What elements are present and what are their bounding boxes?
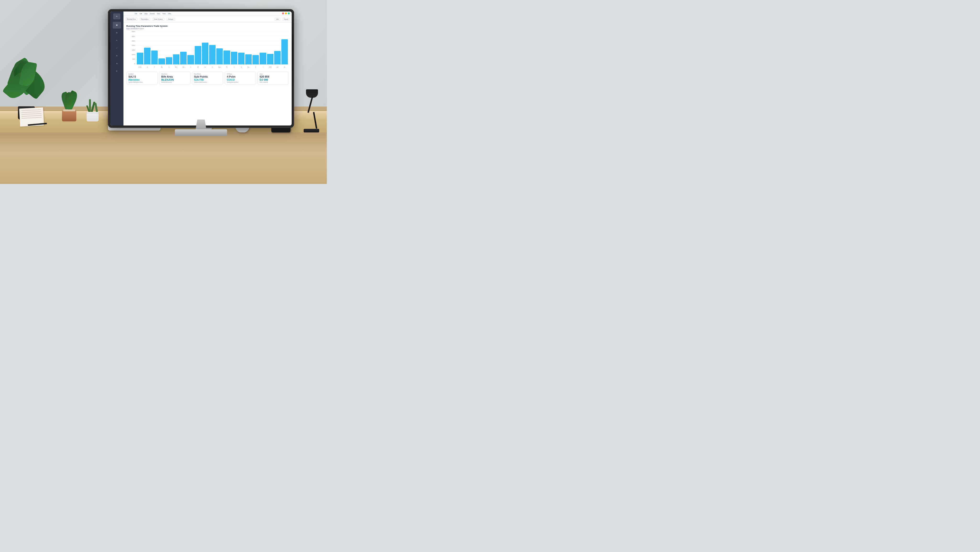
stat-value-1b: lNenóleo xyxy=(129,78,156,81)
toolbar-running-time[interactable]: Running Time xyxy=(126,18,138,21)
x-label-9: JB xyxy=(195,66,201,68)
y-label-3000: 3000 xyxy=(132,40,135,41)
bar-4 xyxy=(158,58,165,64)
bar-14 xyxy=(231,52,237,64)
toolbar-parameters[interactable]: Parameters xyxy=(140,18,150,21)
y-label-1750: 1750 xyxy=(132,49,135,51)
x-label-18: I xyxy=(259,66,266,68)
lamp-base xyxy=(304,129,319,132)
sidebar-item-grid[interactable]: ▦ xyxy=(113,22,121,29)
bar-3 xyxy=(151,51,158,65)
imac-screen-bezel: ≡ ▦ ⊞ ≋ ↗ ⚙ ◈ ⊕ xyxy=(108,9,294,128)
sidebar-item-tools[interactable]: ◈ xyxy=(113,60,121,67)
stat-value-5b: DJ 090 xyxy=(259,78,286,81)
y-label-5000: 5000 xyxy=(132,31,135,32)
sidebar-item-chart[interactable]: ≋ xyxy=(113,37,121,44)
menu-view[interactable]: View xyxy=(145,13,148,14)
y-label-4000: 4000 xyxy=(132,36,135,37)
toolbar-info[interactable]: Info xyxy=(275,18,280,21)
bar-10 xyxy=(202,43,208,64)
app-interface: ≡ ▦ ⊞ ≋ ↗ ⚙ ◈ ⊕ xyxy=(110,11,292,125)
stats-section: Surface SAJ S lNenóleo Various data poin… xyxy=(126,72,289,85)
stat-card-surface: Surface SAJ S lNenóleo Various data poin… xyxy=(126,72,158,85)
bar-16 xyxy=(245,54,252,64)
x-label-16: No+ xyxy=(245,66,252,68)
plant-medium xyxy=(59,90,80,121)
stat-card-area: Area 620 859 DJ 090 Area measure xyxy=(258,72,289,85)
minimize-button[interactable] xyxy=(285,13,287,14)
bar-20 xyxy=(274,51,281,64)
y-label-2500: 2500 xyxy=(132,45,135,46)
stat-value-3b: SJs FIB xyxy=(194,78,221,81)
menu-edit[interactable]: Edit xyxy=(140,13,142,14)
chart-bars xyxy=(136,31,289,64)
x-label-3: F xyxy=(151,66,158,68)
stat-label-2: Site Area xyxy=(161,73,188,75)
x-label-10: Au xyxy=(202,66,208,68)
imac-stand-base xyxy=(175,129,227,136)
close-button[interactable] xyxy=(282,13,284,14)
bar-5 xyxy=(166,57,172,65)
stat-desc-1: Various data points here xyxy=(129,81,156,83)
chart-title: Running Time Parameters Trade System xyxy=(126,25,289,27)
bar-1 xyxy=(137,53,143,64)
bar-21 xyxy=(282,39,288,64)
bar-2 xyxy=(144,48,151,64)
bar-18 xyxy=(259,53,266,64)
x-label-5: A xyxy=(166,66,172,68)
menu-file[interactable]: File xyxy=(135,13,137,14)
x-label-11: S xyxy=(209,66,216,68)
x-label-7: Jun xyxy=(180,66,187,68)
bar-15 xyxy=(238,53,245,64)
toolbar-settings[interactable]: Settings xyxy=(166,18,175,21)
sidebar-item-layout[interactable]: ⊞ xyxy=(113,29,121,36)
stat-label-5: Area xyxy=(259,73,286,75)
stat-value-2a: Bife Area xyxy=(161,75,188,78)
bar-13 xyxy=(223,51,230,65)
x-label-12: Sep+ xyxy=(216,66,223,68)
x-label-14: 4 xyxy=(231,66,237,68)
main-content: File Edit View Format Data Tools Help Ru… xyxy=(124,11,292,125)
sidebar-item-add[interactable]: ⊕ xyxy=(113,68,121,75)
y-label-0: 0 xyxy=(134,63,135,64)
x-label-4: Ma xyxy=(158,66,165,68)
stat-desc-2: Subdivision points xyxy=(161,81,188,83)
stat-value-3a: Sub Points xyxy=(194,75,221,78)
toolbar-trade-system[interactable]: Trade System xyxy=(152,18,164,21)
menu-format[interactable]: Format xyxy=(150,13,154,14)
y-label-1000: 1000 xyxy=(132,54,135,55)
bar-19 xyxy=(267,54,274,65)
lamp-arm-upper xyxy=(307,96,313,113)
desk-lamp xyxy=(301,85,320,132)
maximize-button[interactable] xyxy=(288,13,290,14)
chart-section: Running Time Parameters Trade System Day… xyxy=(126,25,289,69)
bar-9 xyxy=(195,46,201,64)
sidebar-logo: ≡ xyxy=(113,13,120,19)
x-label-13: Oc xyxy=(223,66,230,68)
chart-subtitle: Days Distribution Curve xyxy=(126,28,289,29)
plant-small xyxy=(85,97,102,121)
chart-container: 5000 4000 3000 2500 1750 1000 500 0 xyxy=(126,31,289,69)
x-label-8: J xyxy=(187,66,194,68)
notepad-lines xyxy=(19,107,44,122)
bar-7 xyxy=(180,52,187,64)
x-label-19: 2025 xyxy=(267,66,274,68)
sidebar-item-settings[interactable]: ⚙ xyxy=(113,53,121,59)
plant-small-pot xyxy=(87,112,99,121)
stat-label-1: Surface xyxy=(129,73,156,75)
stat-label-4: 4 Points xyxy=(227,73,254,75)
stat-desc-5: Area measure xyxy=(259,81,286,83)
sidebar-item-export[interactable]: ↗ xyxy=(113,45,121,51)
stat-value-1a: SAJ S xyxy=(129,75,156,78)
menu-help[interactable]: Help xyxy=(168,13,171,14)
x-axis-labels: 2024+ Ja F Ma A MJ+ Jun J JB Au xyxy=(136,65,289,69)
app-sidebar: ≡ ▦ ⊞ ≋ ↗ ⚙ ◈ ⊕ xyxy=(110,11,124,125)
bar-8 xyxy=(187,55,194,64)
menu-data[interactable]: Data xyxy=(157,13,160,14)
menu-tools[interactable]: Tools xyxy=(162,13,165,14)
stat-value-2b: BLENJON xyxy=(161,78,188,81)
toolbar-export[interactable]: Export xyxy=(282,18,290,21)
stat-label-3: Sub Points xyxy=(194,73,221,75)
x-label-17: D xyxy=(252,66,259,68)
window-controls xyxy=(282,13,290,14)
